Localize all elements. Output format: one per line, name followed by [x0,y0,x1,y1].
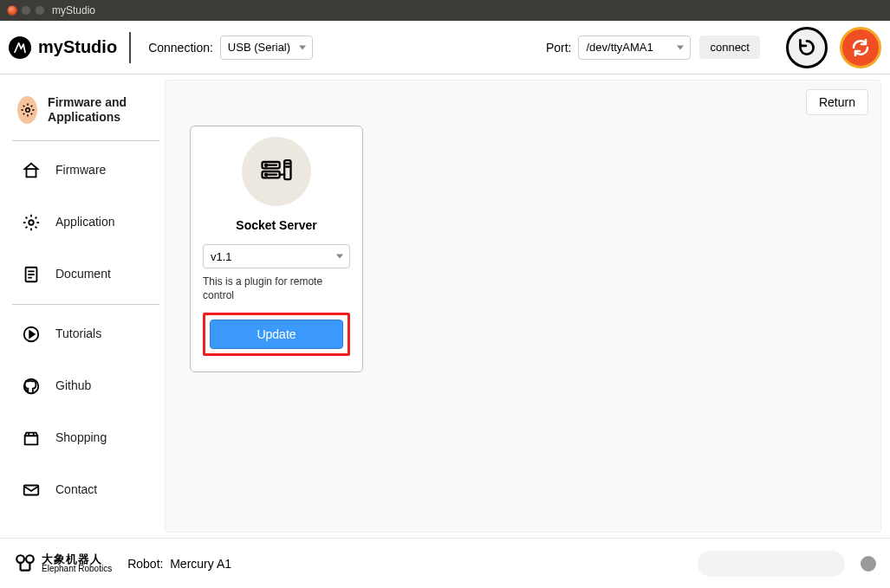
refresh-round-button[interactable] [840,27,881,68]
elephant-logo-icon [14,552,36,575]
chip-icon [17,157,45,184]
brand-logo: 大象机器人 Elephant Robotics [14,552,112,575]
document-icon [17,261,45,288]
sidebar: Firmware and Applications Firmware Appli… [0,74,165,538]
connection-label: Connection: [148,41,213,55]
app-logo-icon [9,36,31,59]
shopping-icon [17,424,45,452]
sidebar-item-label: Firmware and Applications [48,95,159,125]
undo-round-button[interactable] [786,27,828,68]
robot-label: Robot: Mercury A1 [127,557,231,571]
mail-icon [17,476,45,504]
card-title: Socket Server [236,218,316,232]
undo-icon [796,36,818,59]
window-controls [7,5,45,16]
server-icon [242,137,311,206]
window-maximize-button[interactable] [35,5,45,16]
port-label: Port: [546,41,572,55]
app-body: Firmware and Applications Firmware Appli… [0,74,890,538]
connection-group: Connection: USB (Serial) [148,36,313,60]
sidebar-item-label: Application [55,215,115,229]
gear-icon [17,209,45,236]
app-logo-block: myStudio [9,32,131,63]
sidebar-separator [12,140,159,141]
svg-point-9 [265,174,267,176]
sidebar-item-label: Shopping [55,430,107,445]
play-circle-icon [17,320,45,348]
sidebar-item-label: Github [55,378,91,393]
window-title: myStudio [52,4,95,16]
update-highlight-box: Update [203,313,350,356]
sidebar-item-contact[interactable]: Contact [12,464,165,516]
main-panel: Return Socket Server [165,80,881,533]
version-select[interactable]: v1.1 [203,244,350,268]
sidebar-item-tutorials[interactable]: Tutorials [12,308,165,360]
sidebar-item-label: Document [55,267,111,281]
plugin-card: Socket Server v1.1 This is a plugin for … [190,126,363,372]
refresh-icon [850,37,871,58]
svg-point-8 [265,165,267,166]
svg-point-11 [16,555,24,563]
window-minimize-button[interactable] [21,5,31,16]
brand-name-en: Elephant Robotics [42,565,112,573]
app-footer: 大象机器人 Elephant Robotics Robot: Mercury A… [0,538,890,588]
svg-point-1 [29,220,34,225]
sidebar-item-label: Firmware [55,163,106,178]
update-button[interactable]: Update [210,320,343,349]
sidebar-item-github[interactable]: Github [12,360,165,412]
connect-button[interactable]: connect [699,36,760,59]
sidebar-item-shopping[interactable]: Shopping [12,412,165,464]
window-close-button[interactable] [7,5,17,16]
svg-point-0 [25,108,29,113]
return-button[interactable]: Return [806,89,868,115]
sidebar-item-firmware-applications[interactable]: Firmware and Applications [12,83,165,137]
header-round-buttons [786,27,881,68]
sidebar-item-firmware[interactable]: Firmware [12,145,165,197]
status-dot-icon [861,556,876,572]
card-description: This is a plugin for remote control [203,275,350,302]
github-icon [17,372,45,400]
sidebar-item-label: Tutorials [55,326,101,341]
footer-search-input[interactable] [698,551,845,577]
connection-select[interactable]: USB (Serial) [220,36,313,60]
port-group: Port: /dev/ttyAMA1 [546,36,692,60]
app-name: myStudio [38,37,117,57]
sidebar-separator [12,304,159,305]
sidebar-item-document[interactable]: Document [12,249,165,300]
gear-badge-icon [17,96,37,124]
port-select[interactable]: /dev/ttyAMA1 [578,36,691,60]
app-header: myStudio Connection: USB (Serial) Port: … [0,21,890,74]
os-titlebar: myStudio [0,0,890,21]
main-area: Return Socket Server [165,74,890,538]
sidebar-item-label: Contact [55,482,97,497]
svg-point-12 [26,555,34,563]
sidebar-item-application[interactable]: Application [12,197,165,249]
